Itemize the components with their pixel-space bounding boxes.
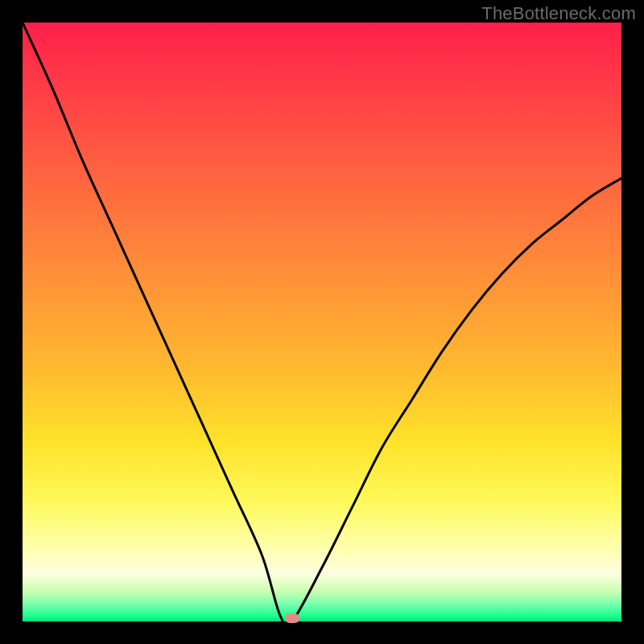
bottleneck-curve [23, 23, 621, 621]
chart-frame: TheBottleneck.com [0, 0, 644, 644]
watermark-text: TheBottleneck.com [481, 3, 636, 24]
plot-area [23, 23, 621, 621]
optimal-point-marker [285, 613, 299, 623]
